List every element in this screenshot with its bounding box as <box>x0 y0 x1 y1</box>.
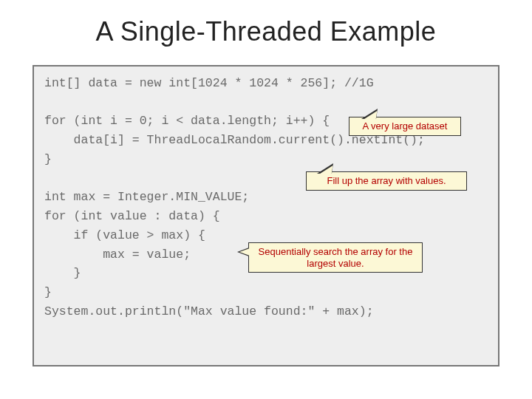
callout-dataset: A very large dataset <box>349 117 461 136</box>
slide: A Single-Threaded Example int[] data = n… <box>0 0 532 399</box>
slide-title: A Single-Threaded Example <box>0 0 532 55</box>
callout-search: Sequentially search the array for the la… <box>248 242 423 273</box>
callout-fill: Fill up the array with values. <box>306 171 467 191</box>
code-block: int[] data = new int[1024 * 1024 * 256];… <box>33 65 499 366</box>
